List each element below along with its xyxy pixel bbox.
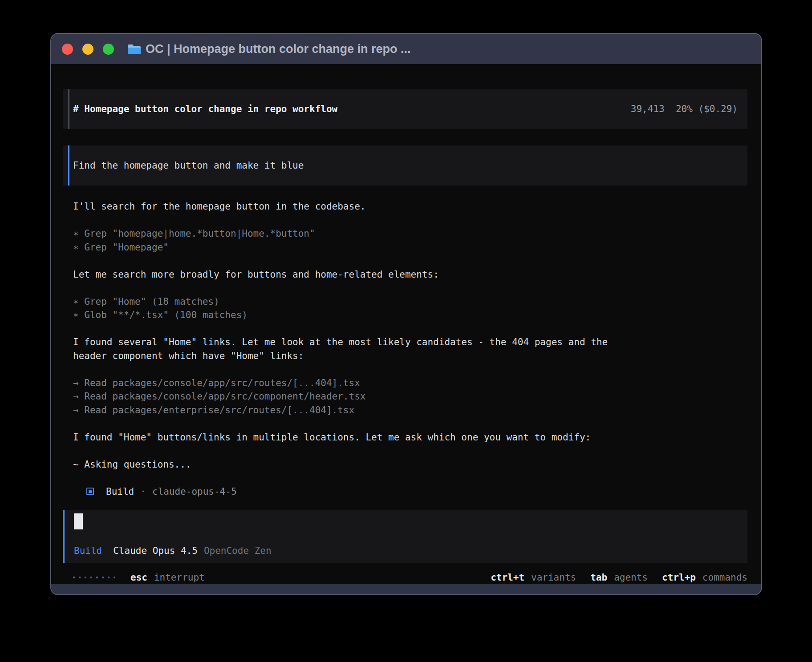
assistant-text: ~ Asking questions... <box>73 458 747 472</box>
spinner-dot <box>96 577 98 578</box>
esc-action-label: interrupt <box>154 572 205 583</box>
transcript-line: ∗ Grep "Homepage" <box>73 241 747 254</box>
input-model-label[interactable]: Claude Opus 4.5 <box>113 544 198 557</box>
assistant-text: I'll search for the homepage button in t… <box>73 200 747 214</box>
transcript-line: ∗ Glob "**/*.tsx" (100 matches) <box>73 308 747 322</box>
shortcut-key: ctrl+p <box>662 572 696 583</box>
shortcut-key: ctrl+t <box>491 572 524 583</box>
spinner-dot <box>114 577 115 578</box>
spinner-dot <box>108 577 110 578</box>
status-bar-left: esc interrupt <box>63 572 205 583</box>
assistant-text: I found "Home" buttons/links in multiple… <box>73 431 747 444</box>
terminal-content: # Homepage button color change in repo w… <box>51 64 761 584</box>
folder-icon <box>127 44 141 55</box>
transcript-line: I found "Home" buttons/links in multiple… <box>73 431 747 444</box>
transcript-line: ∗ Grep "homepage|home.*button|Home.*butt… <box>73 227 747 241</box>
shortcut-label: commands <box>702 572 747 583</box>
shortcut-label: variants <box>531 572 576 583</box>
user-message-text: Find the homepage button and make it blu… <box>73 160 304 171</box>
shortcut-hint: ctrl+tvariants <box>491 572 576 583</box>
tool-call-lines: ∗ Grep "Home" (18 matches)∗ Glob "**/*.t… <box>73 295 747 322</box>
shortcut-label: agents <box>614 572 648 583</box>
user-message-accent-bar <box>68 145 69 186</box>
user-message: Find the homepage button and make it blu… <box>63 145 747 186</box>
assistant-text: I found several "Home" links. Let me loo… <box>73 335 747 363</box>
agent-build-icon <box>86 488 94 495</box>
progress-dots-spinner <box>73 577 115 578</box>
transcript-line: ∗ Grep "Home" (18 matches) <box>73 295 747 309</box>
transcript-line: → Read packages/console/app/src/componen… <box>73 390 747 404</box>
window-bottom-edge <box>51 584 761 594</box>
input-provider-label: OpenCode Zen <box>204 544 272 557</box>
traffic-lights <box>62 44 114 55</box>
shortcut-key: tab <box>590 572 607 583</box>
zoom-window-button[interactable] <box>103 44 114 55</box>
session-title: # Homepage button color change in repo w… <box>73 104 337 114</box>
prompt-input[interactable]: Build Claude Opus 4.5 OpenCode Zen <box>63 510 747 563</box>
assistant-transcript: I'll search for the homepage button in t… <box>73 200 747 471</box>
window-title: OC | Homepage button color change in rep… <box>146 42 411 56</box>
header-accent-bar <box>68 89 69 129</box>
tool-call-lines: → Read packages/console/app/src/routes/[… <box>73 376 747 417</box>
status-bar: esc interrupt ctrl+tvariantstabagentsctr… <box>63 570 747 584</box>
window-titlebar[interactable]: OC | Homepage button color change in rep… <box>51 34 761 64</box>
agent-model: claude-opus-4-5 <box>152 486 237 497</box>
transcript-line: ~ Asking questions... <box>73 458 747 472</box>
assistant-text: Let me search more broadly for buttons a… <box>73 268 747 282</box>
transcript-line: Let me search more broadly for buttons a… <box>73 268 747 282</box>
transcript-line: → Read packages/enterprise/src/routes/[.… <box>73 404 747 417</box>
input-meta-row: Build Claude Opus 4.5 OpenCode Zen <box>74 544 739 557</box>
terminal-window: OC | Homepage button color change in rep… <box>50 33 762 595</box>
tool-call-lines: ∗ Grep "homepage|home.*button|Home.*butt… <box>73 227 747 254</box>
agent-name: Build <box>106 486 134 497</box>
spinner-dot <box>73 577 75 578</box>
session-header: # Homepage button color change in repo w… <box>63 89 747 129</box>
close-window-button[interactable] <box>62 44 73 55</box>
status-bar-shortcuts: ctrl+tvariantstabagentsctrl+pcommands <box>491 572 747 583</box>
agent-separator: · <box>140 486 146 497</box>
transcript-line: → Read packages/console/app/src/routes/[… <box>73 376 747 390</box>
spinner-dot <box>85 577 86 578</box>
agent-build-icon-dot <box>89 490 92 493</box>
session-token-stats: 39,413 20% ($0.29) <box>631 104 738 114</box>
esc-key-hint: esc <box>130 572 147 583</box>
agent-status-line: Build · claude-opus-4-5 <box>86 485 747 499</box>
text-cursor <box>74 513 83 529</box>
input-mode-label[interactable]: Build <box>74 544 102 557</box>
transcript-line: I found several "Home" links. Let me loo… <box>73 335 747 349</box>
spinner-dot <box>90 577 92 578</box>
spinner-dot <box>102 577 104 578</box>
minimize-window-button[interactable] <box>82 44 93 55</box>
transcript-line: header component which have "Home" links… <box>73 349 747 363</box>
transcript-line: I'll search for the homepage button in t… <box>73 200 747 214</box>
spinner-dot <box>79 577 81 578</box>
shortcut-hint: ctrl+pcommands <box>662 572 747 583</box>
shortcut-hint: tabagents <box>590 572 648 583</box>
